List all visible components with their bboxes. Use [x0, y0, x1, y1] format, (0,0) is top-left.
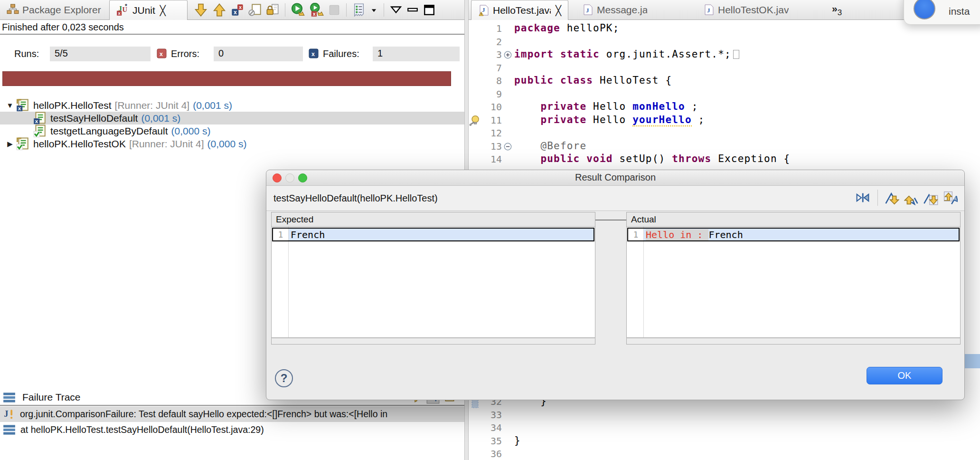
scroll-lock-icon	[266, 3, 279, 17]
code-line-10[interactable]: 10 private Hello monHello ;	[469, 101, 980, 114]
rerun-tests-icon[interactable]	[291, 2, 305, 18]
folded-region-box[interactable]	[733, 50, 739, 59]
code-lines-bottom[interactable]: 32 }333435}36	[469, 395, 980, 460]
editor-tab-label: HelloTestOK.jav	[718, 4, 789, 16]
expected-pane[interactable]: 1 French	[271, 227, 595, 338]
test-failed-icon: x	[33, 111, 47, 125]
dropdown-caret[interactable]	[370, 2, 378, 18]
tree-expander-collapsed-icon[interactable]: ▶	[4, 140, 16, 148]
ok-button[interactable]: OK	[867, 367, 942, 384]
test-tree-item-testsayhellodefault[interactable]: xtestSayHelloDefault(0,001 s)	[0, 112, 464, 125]
editor-tab-hellotestok-jav[interactable]: JHelloTestOK.jav	[697, 0, 803, 19]
code-line-14[interactable]: 14 public void setUp() throws Exception …	[469, 153, 980, 166]
stack-frame-icon	[3, 423, 16, 436]
failure-trace-line[interactable]: at helloPK.HelloTest.testSayHelloDefault…	[0, 422, 464, 438]
editor-tab-hellotest-java[interactable]: JHelloTest.java╳	[471, 0, 568, 20]
code-lines-top[interactable]: 1package helloPK;23import static org.jun…	[469, 22, 980, 166]
scroll-lock-icon[interactable]	[266, 2, 279, 18]
previous-failed-test-icon[interactable]	[212, 2, 226, 18]
failure-trace-line[interactable]: Jorg.junit.ComparisonFailure: Test defau…	[0, 406, 464, 422]
result-comparison-dialog: Result Comparison testSayHelloDefault(he…	[266, 170, 965, 400]
test-elapsed-time: (0,000 s)	[207, 138, 247, 150]
svg-text:J: J	[4, 409, 8, 419]
line-number: 33	[475, 409, 502, 421]
java-file-icon: J	[582, 4, 594, 16]
maximize-icon[interactable]	[423, 2, 435, 18]
code-line-13[interactable]: 13 @Before	[469, 140, 980, 153]
more-editors-chevron[interactable]: »3	[832, 3, 842, 18]
actual-diff-row[interactable]: 1 Hello in : French	[627, 228, 960, 241]
code-line-2[interactable]: 2	[469, 36, 980, 49]
show-failures-only-icon[interactable]: xx	[231, 2, 244, 18]
separator-line	[0, 34, 464, 35]
test-elapsed-time: (0,001 s)	[141, 113, 180, 124]
view-tab-label: JUnit	[132, 5, 155, 16]
help-button[interactable]: ?	[275, 369, 293, 387]
previous-difference-icon[interactable]	[904, 191, 919, 205]
tree-expander-expanded-icon[interactable]: ▼	[4, 101, 16, 109]
actual-pane[interactable]: 1 Hello in : French	[626, 227, 961, 338]
code-line-8[interactable]: 8public class HelloTest {	[469, 75, 980, 88]
code-line-7[interactable]: 7	[469, 62, 980, 75]
close-editor-icon[interactable]: ╳	[556, 5, 561, 16]
fold-minus-icon[interactable]	[504, 143, 512, 151]
toolbar-separator	[384, 3, 384, 17]
code-text: private Hello yourHello ;	[514, 114, 705, 125]
runs-value: 5/5	[50, 47, 151, 61]
svg-text:J: J	[586, 7, 589, 14]
minimize-icon[interactable]	[406, 2, 419, 18]
code-line-1[interactable]: 1package helloPK;	[469, 22, 980, 36]
next-change-icon[interactable]	[923, 191, 938, 205]
view-tab-junit[interactable]: JU*xJUnit╳	[109, 0, 188, 20]
notification-app-icon	[914, 0, 935, 19]
line-number: 12	[475, 127, 502, 139]
test-runner-label: [Runner: JUnit 4]	[129, 138, 204, 150]
code-text: public class HelloTest {	[514, 75, 672, 86]
test-tree-item-hellopk-hellotestok[interactable]: ▶ helloPK.HelloTestOK[Runner: JUnit 4](0…	[0, 137, 464, 150]
notification-popup[interactable]: insta	[904, 0, 980, 25]
toolbar-separator	[285, 3, 285, 17]
failure-trace-text: org.junit.ComparisonFailure: Test defaul…	[20, 409, 387, 420]
code-line-36[interactable]: 36	[469, 448, 980, 460]
expected-hscrollbar[interactable]	[271, 338, 595, 345]
fold-plus-icon[interactable]	[504, 51, 512, 59]
swap-panes-icon[interactable]	[855, 190, 871, 206]
next-failed-test-icon[interactable]	[194, 2, 208, 18]
view-menu-icon[interactable]	[390, 2, 402, 18]
previous-change-icon[interactable]	[943, 191, 958, 205]
expected-diff-row[interactable]: 1 French	[272, 228, 594, 241]
expected-pane-header: Expected	[271, 212, 595, 227]
code-text: private Hello monHello ;	[514, 101, 698, 112]
rerun-failed-tests-icon: x	[310, 3, 324, 17]
editor-tab-message-java[interactable]: JMessage.java	[575, 0, 654, 19]
test-run-history-icon[interactable]	[352, 2, 366, 18]
actual-hscrollbar[interactable]	[626, 338, 961, 345]
view-tab-package-explorer[interactable]: Package Explorer	[0, 0, 109, 19]
rerun-failed-tests-icon[interactable]: x	[310, 2, 324, 18]
code-line-33[interactable]: 33	[469, 409, 980, 422]
test-result-tree[interactable]: ▼ xhelloPK.HelloTest[Runner: JUnit 4](0,…	[0, 99, 464, 150]
svg-text:x: x	[239, 4, 242, 10]
test-tree-item-testgetlanguagebydefault[interactable]: testgetLanguageByDefault(0,000 s)	[0, 125, 464, 137]
show-skipped-tests-icon[interactable]	[248, 2, 262, 18]
close-tab-icon[interactable]: ╳	[160, 5, 166, 16]
code-line-9[interactable]: 9	[469, 88, 980, 101]
code-line-35[interactable]: 35}	[469, 435, 980, 448]
diff-connector-line	[595, 220, 626, 220]
code-line-12[interactable]: 12	[469, 127, 980, 140]
runs-label: Runs:	[14, 48, 39, 59]
junit-icon: JU*x	[116, 4, 129, 17]
next-difference-icon[interactable]	[885, 191, 899, 205]
code-line-34[interactable]: 34	[469, 422, 980, 435]
test-name: helloPK.HelloTestOK	[33, 138, 126, 150]
expected-text: French	[289, 229, 594, 240]
eclipse-workbench: Package ExplorerJU*xJUnit╳ xxx Finished …	[0, 0, 980, 460]
code-line-11[interactable]: 11 private Hello yourHello ;	[469, 114, 980, 127]
code-line-3[interactable]: 3import static org.junit.Assert.*;	[469, 48, 980, 62]
dialog-titlebar[interactable]: Result Comparison	[266, 170, 964, 186]
test-tree-item-hellopk-hellotest[interactable]: ▼ xhelloPK.HelloTest[Runner: JUnit 4](0,…	[0, 99, 464, 112]
svg-text:x: x	[35, 118, 38, 124]
package-explorer-icon	[7, 4, 19, 16]
view-tab-label: Package Explorer	[22, 4, 101, 16]
show-skipped-tests-icon	[248, 3, 262, 17]
